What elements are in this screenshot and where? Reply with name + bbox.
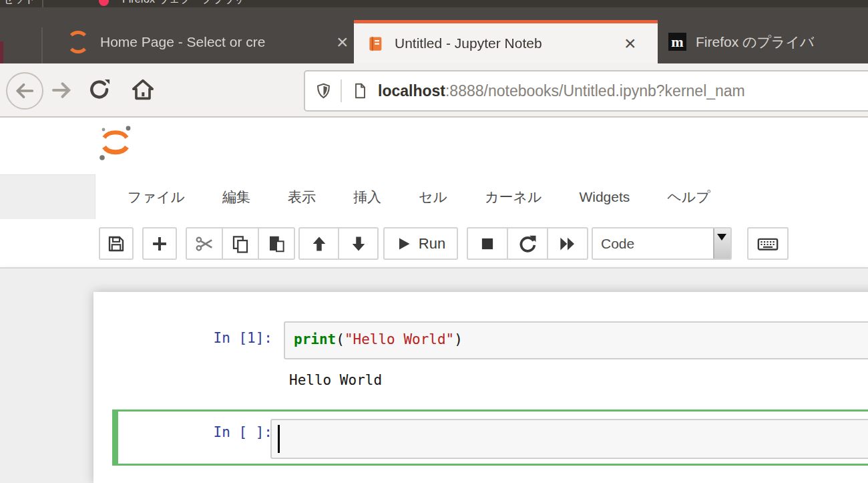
tab-separator — [41, 27, 43, 63]
tab-untitled-notebook-active[interactable]: Untitled - Jupyter Noteb × — [354, 20, 658, 63]
notebook-panel: In [1]: print("Hello World") Hello World… — [93, 292, 868, 483]
system-bar-separator — [42, 0, 43, 7]
reload-button[interactable] — [87, 77, 112, 102]
jupyter-book-icon — [367, 35, 385, 53]
cell-type-dropdown[interactable]: Code — [592, 227, 732, 260]
move-button-group — [298, 227, 379, 260]
back-button[interactable] — [6, 72, 43, 110]
menu-help[interactable]: ヘルプ — [648, 174, 728, 219]
code-paren: ) — [454, 331, 463, 347]
home-button[interactable] — [130, 76, 156, 103]
code-cell-input[interactable]: print("Hello World") — [284, 321, 868, 359]
move-cell-down-button[interactable] — [338, 228, 377, 259]
system-bar-left-text: セット — [3, 0, 35, 7]
paste-icon — [266, 234, 286, 254]
url-divider — [341, 79, 342, 102]
move-cell-up-button[interactable] — [300, 228, 338, 259]
insert-cell-button[interactable] — [142, 227, 177, 260]
jupyter-toolbar: Run Code — [0, 219, 868, 267]
url-path: :8888/notebooks/Untitled.ipynb?kernel_na… — [445, 82, 745, 100]
fast-forward-icon — [558, 234, 578, 254]
firefox-nav-toolbar: localhost:8888/notebooks/Untitled.ipynb?… — [0, 63, 868, 118]
arrow-down-icon — [349, 234, 368, 253]
keyboard-icon — [756, 232, 779, 255]
run-label: Run — [419, 235, 445, 253]
menu-widgets[interactable]: Widgets — [560, 174, 648, 219]
input-prompt-1: In [1]: — [93, 330, 272, 346]
empty-code-input[interactable] — [270, 419, 868, 459]
menu-edit[interactable]: 編集 — [204, 174, 269, 219]
copy-cell-button[interactable] — [222, 228, 258, 259]
shield-icon[interactable] — [314, 82, 333, 100]
firefox-logo-icon — [99, 0, 109, 6]
play-icon — [396, 236, 412, 252]
stop-icon — [479, 235, 496, 253]
system-bar-app-name: Firefox ウェブ・ブラウザ — [122, 0, 245, 7]
jupyter-header: jupyter Untitled Last Checkpoint: 2分前 (a… — [0, 116, 868, 174]
input-prompt-2: In [ ]: — [93, 424, 272, 440]
tab-firefox-privacy[interactable]: m Firefox のプライバ — [658, 20, 868, 63]
cell-type-value: Code — [601, 228, 634, 259]
code-keyword: print — [294, 331, 336, 347]
menu-insert[interactable]: 挿入 — [335, 174, 400, 219]
forward-button[interactable] — [49, 78, 73, 102]
text-cursor — [278, 425, 280, 453]
window-edge-decoration — [0, 41, 3, 63]
mozilla-m-icon: m — [668, 33, 686, 51]
arrow-up-icon — [310, 234, 329, 253]
scissors-icon — [194, 234, 214, 254]
cell-output-text: Hello World — [289, 372, 382, 388]
firefox-tab-bar: Home Page - Select or cre × Untitled - J… — [0, 7, 868, 63]
jupyter-spinner-icon — [67, 31, 89, 53]
menu-cell[interactable]: セル — [400, 174, 466, 219]
kernel-button-group — [467, 227, 588, 260]
menu-kernel[interactable]: カーネル — [466, 174, 560, 219]
restart-run-all-button[interactable] — [547, 228, 587, 259]
plus-icon — [150, 234, 169, 253]
save-button[interactable] — [99, 227, 134, 260]
tab-title: Home Page - Select or cre — [100, 34, 334, 50]
page-icon[interactable] — [351, 82, 369, 100]
url-text[interactable]: localhost:8888/notebooks/Untitled.ipynb?… — [378, 82, 745, 100]
close-tab-icon[interactable]: × — [624, 33, 636, 53]
command-palette-button[interactable] — [747, 227, 789, 260]
code-string: "Hello World" — [345, 331, 454, 347]
edit-button-group — [186, 227, 295, 260]
url-host: localhost — [378, 82, 445, 100]
url-bar[interactable]: localhost:8888/notebooks/Untitled.ipynb?… — [304, 70, 868, 112]
tab-title: Firefox のプライバ — [696, 33, 814, 51]
code-paren: ( — [336, 331, 345, 347]
save-icon — [106, 234, 126, 254]
system-top-bar: セット Firefox ウェブ・ブラウザ — [0, 0, 868, 7]
cut-cell-button[interactable] — [187, 228, 222, 259]
jupyter-logo-icon[interactable] — [97, 123, 134, 163]
tab-title: Untitled - Jupyter Noteb — [395, 35, 622, 51]
menu-file[interactable]: ファイル — [109, 174, 204, 219]
close-tab-icon[interactable]: × — [337, 32, 349, 52]
jupyter-menu-bar: ファイル 編集 表示 挿入 セル カーネル Widgets ヘルプ — [95, 174, 868, 220]
copy-icon — [230, 234, 250, 254]
run-cell-button[interactable]: Run — [383, 227, 458, 260]
restart-icon — [517, 234, 537, 254]
tab-home-page[interactable]: Home Page - Select or cre × — [53, 20, 354, 63]
interrupt-kernel-button[interactable] — [468, 228, 507, 259]
code-line: print("Hello World") — [294, 331, 868, 347]
paste-cell-button[interactable] — [258, 228, 294, 259]
restart-kernel-button[interactable] — [507, 228, 547, 259]
menu-view[interactable]: 表示 — [269, 174, 335, 219]
dropdown-arrow-icon[interactable] — [713, 228, 730, 259]
